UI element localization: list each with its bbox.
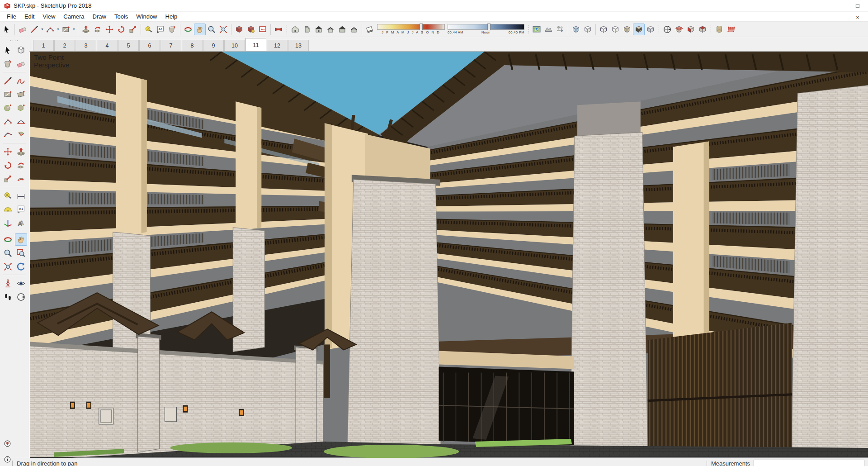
push-pull-icon[interactable]	[15, 146, 27, 158]
walk-icon[interactable]	[2, 291, 14, 303]
rotate-icon[interactable]	[115, 24, 127, 35]
measurements-input[interactable]	[754, 460, 864, 466]
shadow-date-slider[interactable]: J F M A M J J A S O N D	[377, 24, 445, 34]
line-icon[interactable]	[2, 75, 14, 87]
previous-icon[interactable]	[15, 261, 27, 273]
circle-icon[interactable]	[2, 102, 14, 114]
section-plane-icon[interactable]	[661, 24, 673, 35]
back-view-icon[interactable]	[336, 24, 348, 35]
tape-measure-icon[interactable]	[143, 24, 155, 35]
model-render[interactable]	[30, 52, 868, 458]
rotate-icon[interactable]	[2, 159, 14, 171]
zoom-window-icon[interactable]	[15, 247, 27, 259]
close-button[interactable]: ×	[847, 12, 868, 24]
right-view-icon[interactable]	[325, 24, 336, 35]
send-to-layout-icon[interactable]	[257, 24, 269, 35]
rectangle-dropdown-arrow[interactable]: ▼	[72, 28, 76, 31]
toolbar-drag-handle[interactable]	[286, 24, 288, 34]
menu-view[interactable]: View	[38, 12, 59, 21]
scene-tab-11[interactable]: 11	[245, 38, 266, 51]
share-model-icon[interactable]	[245, 24, 257, 35]
shadow-toggle-icon[interactable]	[364, 24, 376, 35]
scene-tab-12[interactable]: 12	[267, 40, 288, 51]
scene-tab-6[interactable]: 6	[139, 40, 160, 51]
toggle-terrain-icon[interactable]	[542, 24, 554, 35]
paint-bucket-icon[interactable]	[166, 24, 178, 35]
iso-view-icon[interactable]	[289, 24, 301, 35]
tabstrip-drag-handle[interactable]	[30, 41, 32, 50]
geolocation-icon[interactable]	[4, 440, 11, 447]
top-view-icon[interactable]	[301, 24, 313, 35]
zoom-extents-icon[interactable]	[2, 261, 14, 273]
follow-me-icon[interactable]	[15, 159, 27, 171]
make-component-icon[interactable]	[15, 44, 27, 57]
monochrome-icon[interactable]	[645, 24, 656, 35]
two-point-arc-icon[interactable]	[15, 115, 27, 128]
extension-warehouse-icon[interactable]	[273, 24, 284, 35]
line-dropdown-arrow[interactable]: ▼	[40, 28, 44, 31]
maximize-button[interactable]: □	[847, 0, 868, 12]
zoom-icon[interactable]	[2, 247, 14, 259]
menu-help[interactable]: Help	[161, 12, 182, 21]
wireframe-icon[interactable]	[598, 24, 609, 35]
text-icon[interactable]: A1	[155, 24, 166, 35]
select-icon[interactable]	[1, 24, 13, 35]
push-pull-icon[interactable]	[80, 24, 92, 35]
toolbar-drag-handle[interactable]	[527, 24, 529, 34]
menu-file[interactable]: File	[3, 12, 20, 21]
3d-text-icon[interactable]: AA	[15, 217, 27, 229]
add-location-icon[interactable]	[531, 24, 542, 35]
menu-draw[interactable]: Draw	[89, 12, 110, 21]
scene-tab-2[interactable]: 2	[54, 40, 75, 51]
scene-tab-5[interactable]: 5	[118, 40, 139, 51]
offset-icon[interactable]	[15, 173, 27, 185]
protractor-icon[interactable]	[2, 203, 14, 215]
scale-icon[interactable]	[2, 173, 14, 185]
line-icon[interactable]	[28, 24, 40, 35]
textured-material-icon[interactable]	[713, 24, 725, 35]
position-camera-icon[interactable]	[2, 277, 14, 290]
follow-me-icon[interactable]	[92, 24, 104, 35]
polygon-icon[interactable]	[15, 102, 27, 114]
tape-measure-icon[interactable]	[2, 190, 14, 202]
axes-icon[interactable]	[2, 217, 14, 229]
dimension-icon[interactable]	[15, 190, 27, 202]
arc-icon[interactable]	[2, 115, 14, 128]
arc-dropdown-arrow[interactable]: ▼	[56, 28, 60, 31]
scale-icon[interactable]	[127, 24, 139, 35]
scene-tab-4[interactable]: 4	[97, 40, 118, 51]
palette-drag-handle[interactable]	[9, 40, 19, 42]
shaded-with-textures-icon[interactable]	[633, 24, 645, 35]
paint-bucket-icon[interactable]	[2, 58, 14, 70]
orbit-icon[interactable]	[2, 233, 14, 246]
rectangle-icon[interactable]	[60, 24, 72, 35]
x-ray-icon[interactable]	[570, 24, 582, 35]
freehand-icon[interactable]	[15, 75, 27, 87]
credits-icon[interactable]	[4, 456, 11, 463]
section-display-icon[interactable]	[673, 24, 685, 35]
rotated-rectangle-icon[interactable]	[15, 88, 27, 100]
toolbar-drag-handle[interactable]	[710, 24, 712, 34]
scene-tab-7[interactable]: 7	[160, 40, 181, 51]
pan-icon[interactable]	[15, 233, 27, 246]
zoom-icon[interactable]	[206, 24, 217, 35]
sandbox-grid-icon[interactable]	[725, 24, 737, 35]
scene-tab-9[interactable]: 9	[203, 40, 224, 51]
scene-tab-13[interactable]: 13	[288, 40, 309, 51]
menu-camera[interactable]: Camera	[59, 12, 88, 21]
model-viewport[interactable]: Two Point Perspective	[29, 52, 868, 458]
toolbar-drag-handle[interactable]	[658, 24, 660, 34]
date-slider-thumb[interactable]	[420, 24, 423, 30]
section-plane-icon[interactable]	[15, 291, 27, 303]
pie-icon[interactable]	[15, 129, 27, 141]
left-view-icon[interactable]	[348, 24, 360, 35]
orbit-icon[interactable]	[182, 24, 194, 35]
select-icon[interactable]	[2, 44, 14, 57]
menu-edit[interactable]: Edit	[20, 12, 38, 21]
move-icon[interactable]	[2, 146, 14, 158]
scene-tab-8[interactable]: 8	[182, 40, 203, 51]
scene-tab-1[interactable]: 1	[33, 40, 54, 51]
scene-tab-3[interactable]: 3	[75, 40, 96, 51]
section-fill-icon[interactable]	[697, 24, 708, 35]
arc-icon[interactable]	[44, 24, 56, 35]
